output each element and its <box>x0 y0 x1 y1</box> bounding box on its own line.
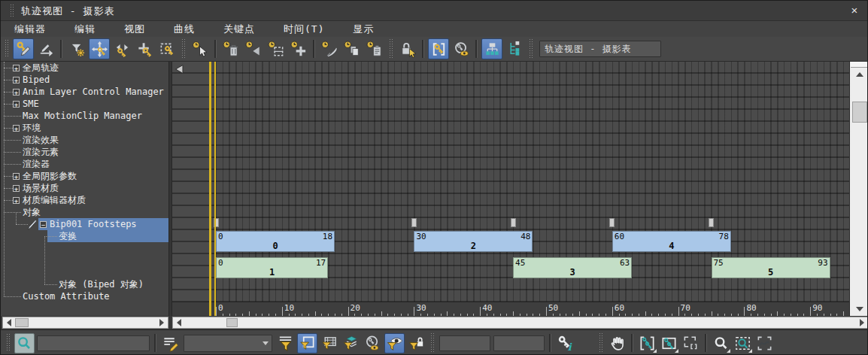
menu-item-7[interactable]: 显示 <box>344 23 383 36</box>
zoom-region-keys-button[interactable] <box>681 333 701 353</box>
tree-item[interactable]: 对象 (Biped 对象) <box>59 278 144 290</box>
filter-selected-tracks-button[interactable] <box>297 333 317 353</box>
zoom-value-extents-keys-button[interactable] <box>659 333 679 353</box>
edit-ranges-mode-button[interactable] <box>35 38 56 59</box>
tree-item[interactable]: Anim Layer Control Manager <box>23 86 164 98</box>
tree-expand-box[interactable]: + <box>13 89 20 96</box>
footstep-block[interactable]: 45633 <box>513 257 632 278</box>
collapse-arrow-icon[interactable] <box>175 65 184 74</box>
scroll-up-button[interactable] <box>851 68 868 80</box>
tree-item[interactable]: 渲染器 <box>23 158 50 170</box>
tree-item[interactable]: 全局阴影参数 <box>23 170 77 182</box>
time-slider-line-right[interactable] <box>214 62 217 316</box>
tree-expand-box[interactable]: − <box>40 221 47 228</box>
tree-expand-box[interactable]: + <box>13 185 20 192</box>
key-value-input[interactable] <box>493 335 545 351</box>
vertical-scrollbar[interactable] <box>849 62 868 316</box>
track-horizontal-scrollbar[interactable] <box>172 317 868 329</box>
key-time-input[interactable] <box>439 335 490 351</box>
scroll-left-button[interactable] <box>3 317 15 328</box>
tree-expand-box[interactable]: + <box>13 173 20 180</box>
auto-expand-button[interactable] <box>504 38 525 59</box>
view-name-input[interactable]: 轨迹视图 - 摄影表 <box>539 41 661 57</box>
close-button[interactable]: × <box>847 3 862 18</box>
footstep-block[interactable]: 30482 <box>414 231 533 252</box>
tree-item[interactable]: 变换 <box>59 230 77 242</box>
reverse-time-button[interactable] <box>243 38 264 59</box>
tree-item[interactable]: Biped <box>23 74 50 86</box>
footstep-block[interactable]: 0171 <box>216 257 328 278</box>
tree-item[interactable]: 环境 <box>23 122 41 134</box>
show-keyable-icons-button[interactable] <box>451 38 472 59</box>
paste-time-button[interactable] <box>364 38 385 59</box>
edit-keys-mode-button[interactable] <box>13 38 34 59</box>
zoom-selected-object-button[interactable] <box>14 333 35 353</box>
add-keys-button[interactable] <box>134 38 155 59</box>
edit-track-set-button[interactable] <box>160 333 181 353</box>
scroll-down-button[interactable] <box>851 302 868 315</box>
tree-horizontal-scrollbar[interactable] <box>2 317 168 329</box>
scroll-right-button[interactable] <box>156 317 168 328</box>
zoom-horizontal-extents-keys-button[interactable] <box>637 333 657 353</box>
summary-key-marker[interactable] <box>609 218 615 227</box>
lock-selection-button[interactable] <box>397 38 418 59</box>
filter-active-layer-button[interactable] <box>341 333 361 353</box>
filter-unlocked-tracks-button[interactable] <box>406 333 426 353</box>
tree-item[interactable]: 材质编辑器材质 <box>23 194 86 206</box>
scroll-left-button[interactable] <box>173 317 185 328</box>
scale-keys-button[interactable] <box>156 38 178 59</box>
menu-item-2[interactable]: 编辑 <box>65 23 105 36</box>
filter-animated-tracks-button[interactable] <box>319 333 339 353</box>
key-info-button[interactable]: i <box>555 333 575 353</box>
filters-list-button[interactable] <box>275 333 296 353</box>
menu-item-4[interactable]: 曲线 <box>165 23 204 36</box>
footstep-block[interactable]: 0180 <box>216 231 335 252</box>
tree-item[interactable]: Custom Attribute <box>23 290 110 302</box>
tree-item[interactable]: Max MotionClip Manager <box>23 110 142 122</box>
tree-item[interactable]: SME <box>23 98 39 110</box>
menu-item-6[interactable]: 时间(T) <box>275 23 333 36</box>
footstep-block[interactable]: 75935 <box>712 257 830 278</box>
tree-expand-box[interactable]: + <box>13 197 20 204</box>
summary-key-marker[interactable] <box>511 218 516 227</box>
tree-item[interactable]: Bip001 Footsteps <box>50 218 137 230</box>
tree-item[interactable]: 渲染元素 <box>23 146 59 158</box>
isolate-curve-button[interactable] <box>754 333 775 353</box>
menu-item-1[interactable]: 编辑器 <box>5 23 55 36</box>
delete-time-button[interactable] <box>220 38 241 59</box>
manual-navigation-button[interactable] <box>481 38 502 59</box>
zoom-region-button[interactable] <box>733 333 753 353</box>
copy-time-button[interactable] <box>341 38 363 59</box>
time-ruler[interactable]: 0102030405060708090 <box>172 302 849 316</box>
tree-item[interactable]: 渲染效果 <box>23 134 59 146</box>
view-name-field[interactable]: 轨迹视图 - 摄影表 <box>536 41 661 57</box>
menu-item-3[interactable]: 视图 <box>115 23 154 36</box>
tree-item[interactable]: 场景材质 <box>23 182 59 194</box>
snap-frames-button[interactable] <box>428 38 449 59</box>
scroll-right-button[interactable] <box>856 317 868 328</box>
track-scroll-thumb[interactable] <box>226 318 238 327</box>
slide-keys-button[interactable] <box>111 38 132 59</box>
filters-button[interactable] <box>66 38 87 59</box>
menu-item-5[interactable]: 关键点 <box>214 23 264 36</box>
summary-key-marker[interactable] <box>411 218 417 227</box>
select-time-button[interactable] <box>190 38 211 59</box>
tree-expand-box[interactable]: + <box>13 65 20 71</box>
move-keys-button[interactable] <box>89 38 110 59</box>
filter-keyable-tracks-button[interactable] <box>363 333 383 353</box>
zoom-button[interactable] <box>711 333 731 353</box>
tree-scroll-thumb[interactable] <box>15 318 29 327</box>
track-set-name-input[interactable] <box>37 335 150 351</box>
tree-expand-box[interactable]: + <box>13 77 20 83</box>
cut-time-button[interactable] <box>319 38 340 59</box>
filter-visible-objects-button[interactable] <box>384 333 405 353</box>
insert-time-button[interactable] <box>288 38 309 59</box>
scrollbar-split-handle[interactable] <box>851 62 868 68</box>
tree-expand-box[interactable]: + <box>13 125 20 132</box>
tree-item[interactable]: 全局轨迹 <box>23 62 59 74</box>
title-bar[interactable]: 轨迹视图 - 摄影表 × <box>1 1 868 21</box>
time-slider-line-left[interactable] <box>209 62 211 316</box>
tree-item[interactable]: 对象 <box>23 206 41 218</box>
pan-button[interactable] <box>607 333 627 353</box>
vertical-scroll-thumb[interactable] <box>852 102 867 123</box>
